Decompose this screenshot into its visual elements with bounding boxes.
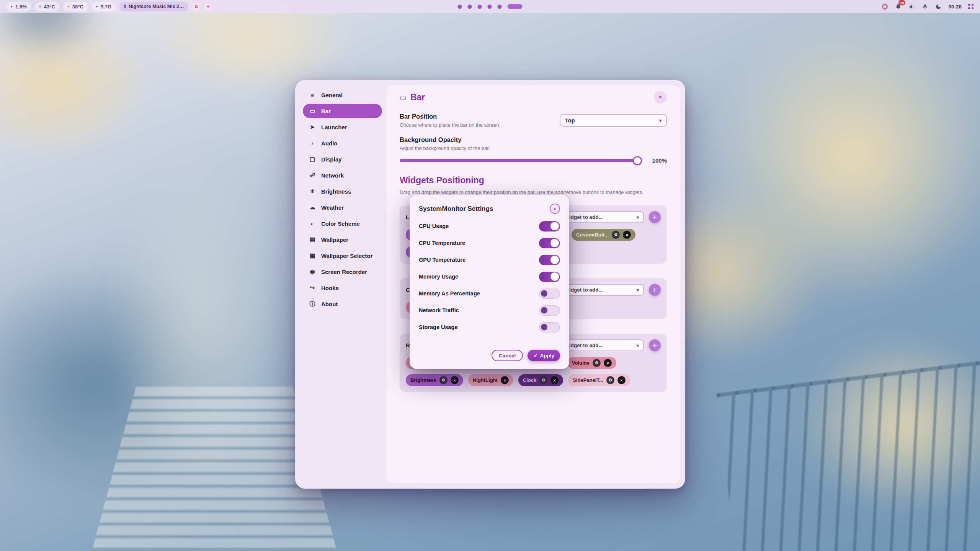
- left-widgets-add-button[interactable]: +: [649, 211, 661, 223]
- sidebar-item-label: Audio: [321, 140, 338, 147]
- network-traffic-toggle[interactable]: [539, 305, 560, 316]
- notifications-icon[interactable]: 10: [895, 3, 902, 10]
- chip-remove-icon[interactable]: ×: [617, 376, 626, 384]
- workspace-dot[interactable]: [478, 5, 482, 9]
- tune-icon: ≡: [309, 92, 316, 98]
- bar-position-dropdown[interactable]: Top ▾: [560, 114, 667, 127]
- widget-chip-label: Clock: [523, 377, 536, 383]
- cpu-temp-module[interactable]: ● 43°C: [35, 2, 59, 11]
- workspace-active-pill[interactable]: [508, 4, 523, 9]
- toggle-label: Memory Usage: [419, 274, 458, 280]
- flower-button[interactable]: ✿: [192, 3, 200, 11]
- widget-chip-clock[interactable]: Clock ⚙ ×: [518, 374, 563, 386]
- chip-settings-icon[interactable]: ⚙: [439, 376, 448, 384]
- widget-chip-label: Volume: [572, 360, 590, 366]
- sidebar-item-brightness[interactable]: ☀ Brightness: [303, 184, 382, 199]
- status-bar-right: 10 00:28: [881, 0, 974, 13]
- chip-settings-icon[interactable]: ⚙: [606, 376, 614, 384]
- right-widgets-add-button[interactable]: +: [649, 339, 661, 351]
- cpu-usage-value: 1.8%: [15, 4, 27, 10]
- sidebar-item-general[interactable]: ≡ General: [303, 88, 382, 102]
- sidebar-item-hooks[interactable]: ↪ Hooks: [303, 280, 382, 295]
- sidebar-item-about[interactable]: ⓘ About: [303, 297, 382, 311]
- widget-chip-nightlight[interactable]: NightLight ×: [468, 374, 513, 386]
- opacity-slider[interactable]: [400, 159, 641, 162]
- sidebar-item-bar[interactable]: ▭ Bar: [303, 104, 382, 118]
- sidebar-item-color-scheme[interactable]: ◐ Color Scheme: [303, 216, 382, 231]
- desktop: ● 1.8% ● 43°C ● 38°C ● 9.7G ‖ Nightcore …: [0, 0, 980, 551]
- sidebar-item-launcher[interactable]: ➤ Launcher: [303, 120, 382, 134]
- cpu-temperature-toggle[interactable]: [539, 238, 560, 248]
- gpu-temp-module[interactable]: ● 38°C: [63, 2, 88, 11]
- opacity-slider-row: 100%: [400, 157, 667, 164]
- chevron-down-icon: ▾: [637, 287, 639, 293]
- chip-settings-icon[interactable]: ⚙: [612, 231, 620, 239]
- storage-usage-toggle[interactable]: [539, 322, 560, 333]
- background-opacity-description: Adjust the background opacity of the bar…: [400, 145, 667, 151]
- chip-settings-icon[interactable]: ⚙: [539, 376, 547, 384]
- workspace-dot[interactable]: [468, 5, 472, 9]
- dialog-close-button[interactable]: ×: [550, 204, 560, 214]
- media-title: Nightcore Music Mix 20...: [129, 4, 184, 9]
- widget-chip-custombutton[interactable]: CustomButt... ⚙ ×: [572, 229, 635, 241]
- sidebar-item-network[interactable]: ☍ Network: [303, 168, 382, 183]
- widget-chip-brightness[interactable]: Brightness ⚙ ×: [406, 374, 463, 386]
- sidebar-item-label: Network: [321, 172, 344, 179]
- widget-chip-volume[interactable]: Volume ⚙ ×: [567, 357, 616, 369]
- memory-as-percentage-toggle[interactable]: [539, 289, 560, 299]
- toggle-row-memory-usage: Memory Usage: [419, 268, 560, 285]
- bar-position-label: Bar Position: [400, 113, 500, 120]
- opacity-slider-knob[interactable]: [633, 156, 642, 165]
- cancel-button[interactable]: Cancel: [492, 350, 523, 361]
- workspace-dot[interactable]: [488, 5, 492, 9]
- wallpaper-icon: ▤: [309, 236, 316, 243]
- systemmonitor-settings-dialog: SystemMonitor Settings × CPU Usage CPU T…: [410, 195, 569, 369]
- apply-button[interactable]: ✓ Apply: [528, 350, 560, 361]
- volume-icon[interactable]: [908, 3, 915, 10]
- flower-icon: ✿: [194, 4, 198, 9]
- sidebar-item-wallpaper-selector[interactable]: ▦ Wallpaper Selector: [303, 248, 382, 263]
- notification-badge: 10: [898, 0, 906, 5]
- window-close-button[interactable]: ×: [654, 91, 667, 104]
- media-player-module[interactable]: ‖ Nightcore Music Mix 20...: [119, 2, 188, 11]
- bar-position-value: Top: [565, 117, 575, 124]
- widget-chip-sidepaneltoggle[interactable]: SidePanelT... ⚙ ×: [568, 374, 630, 386]
- clock[interactable]: 00:28: [948, 4, 962, 10]
- sidebar-item-weather[interactable]: ☁ Weather: [303, 200, 382, 215]
- center-widgets-add-button[interactable]: +: [649, 284, 661, 296]
- microphone-icon[interactable]: [921, 3, 928, 10]
- memory-value: 9.7G: [101, 4, 111, 10]
- app-launcher-icon[interactable]: [968, 4, 974, 10]
- gpu-temperature-toggle[interactable]: [539, 255, 560, 265]
- toggle-label: Memory As Percentage: [419, 290, 480, 297]
- sidebar-item-wallpaper[interactable]: ▤ Wallpaper: [303, 232, 382, 247]
- sidebar-item-label: Wallpaper Selector: [321, 253, 373, 259]
- sidebar-item-label: Color Scheme: [321, 220, 360, 227]
- workspace-dot[interactable]: [458, 5, 462, 9]
- cpu-usage-toggle[interactable]: [539, 221, 560, 231]
- dialog-header: SystemMonitor Settings ×: [419, 204, 560, 214]
- toggle-row-cpu-temperature: CPU Temperature: [419, 235, 560, 251]
- toggle-label: GPU Temperature: [419, 257, 466, 263]
- chip-remove-icon[interactable]: ×: [501, 376, 509, 384]
- workspace-dot[interactable]: [498, 5, 502, 9]
- chip-remove-icon[interactable]: ×: [604, 359, 612, 367]
- chip-remove-icon[interactable]: ×: [550, 376, 559, 384]
- sidebar-item-screen-recorder[interactable]: ◉ Screen Recorder: [303, 264, 382, 279]
- sidebar-item-label: Wallpaper: [321, 236, 348, 243]
- night-light-icon[interactable]: [935, 3, 942, 10]
- chip-remove-icon[interactable]: ×: [451, 376, 459, 384]
- cpu-usage-module[interactable]: ● 1.8%: [6, 2, 31, 11]
- sidebar-item-display[interactable]: ▢ Display: [303, 152, 382, 166]
- bar-icon: ▭: [309, 108, 316, 114]
- toggle-row-memory-as-percentage: Memory As Percentage: [419, 285, 560, 302]
- status-bar-left: ● 1.8% ● 43°C ● 38°C ● 9.7G ‖ Nightcore …: [6, 2, 212, 11]
- chip-remove-icon[interactable]: ×: [623, 231, 631, 239]
- memory-usage-toggle[interactable]: [539, 272, 560, 282]
- sidebar-item-audio[interactable]: ♪ Audio: [303, 136, 382, 150]
- heart-button[interactable]: ♥: [204, 3, 212, 11]
- color-picker-icon[interactable]: [881, 3, 888, 10]
- chip-settings-icon[interactable]: ⚙: [593, 359, 601, 367]
- memory-module[interactable]: ● 9.7G: [91, 2, 116, 11]
- pause-icon[interactable]: ‖: [124, 4, 126, 9]
